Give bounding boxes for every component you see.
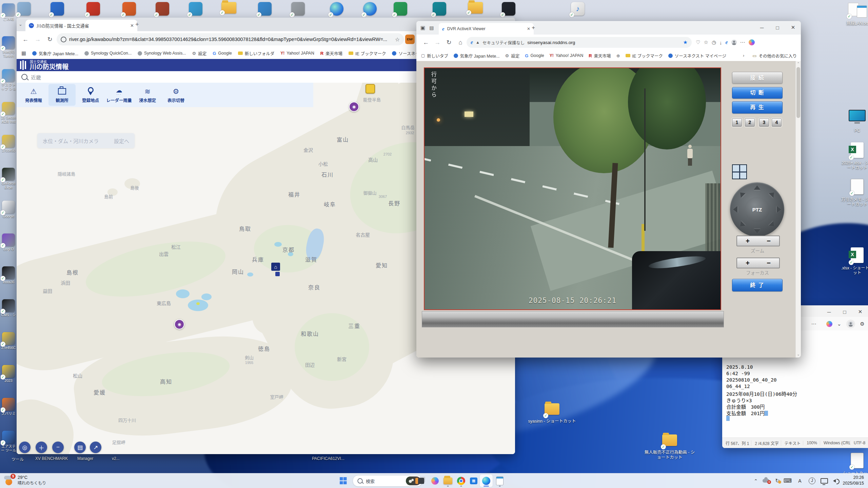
onedrive-error-icon[interactable]: ✕	[761, 473, 771, 488]
desktop-icon[interactable]: ✓Insta36	[1, 266, 16, 284]
nav-tile-表示切替[interactable]: ⚙表示切替	[162, 84, 190, 106]
reload-button[interactable]: ↻	[44, 34, 55, 45]
folder-icon[interactable]: ✓	[468, 2, 483, 14]
scroll-up-icon[interactable]: ⌃	[796, 62, 801, 65]
browser-essentials-icon[interactable]: ♡	[696, 39, 700, 45]
desktop-icon[interactable]: ✓Google	[1, 201, 16, 218]
explorer-button[interactable]	[441, 474, 454, 487]
close-button[interactable]: ✕	[785, 21, 801, 34]
tab-actions-icon[interactable]: ▤	[429, 25, 434, 30]
channel-4-button[interactable]: 4	[772, 118, 782, 127]
app-blue-icon[interactable]: ✓	[257, 2, 272, 16]
minimize-button[interactable]: ─	[754, 21, 770, 34]
enf-extension-icon[interactable]: ENF	[405, 35, 415, 44]
back-button[interactable]: ←	[420, 37, 431, 48]
bookmark-star-icon[interactable]: ☆	[395, 36, 400, 43]
app-teal-v-icon[interactable]: ✓	[432, 2, 447, 16]
favorites-icon[interactable]: ☆	[704, 39, 708, 45]
bookmark-item[interactable]: R楽天市場	[320, 50, 342, 57]
recycle-bin-icon[interactable]: ✓	[17, 2, 32, 16]
ime-keyboard-icon[interactable]: ⌨	[783, 473, 793, 488]
app-red-icon[interactable]: ✓	[86, 2, 101, 16]
zoom-in-button[interactable]: ＋	[36, 442, 47, 453]
nav-tile-登録地点[interactable]: 登録地点	[77, 84, 104, 106]
tray-chevron-icon[interactable]: ⌃	[751, 473, 761, 488]
ime-mode-letter[interactable]: A	[795, 473, 805, 488]
scroll-thumb[interactable]	[796, 67, 800, 118]
app-orange-icon[interactable]: ✓	[122, 2, 137, 16]
photo-gray-icon[interactable]: ✓	[291, 2, 305, 16]
ptz-pad[interactable]: PTZ	[730, 182, 784, 237]
channel-3-button[interactable]: 3	[759, 118, 769, 127]
bookmark-item[interactable]: ▢新しいタブ	[421, 53, 448, 59]
new-tab-button[interactable]: +	[135, 21, 139, 28]
bookmark-item[interactable]: 新しいフォルダ	[238, 50, 275, 57]
minimize-button[interactable]: ─	[821, 305, 837, 318]
focus-out-button[interactable]: −	[767, 259, 771, 267]
nav-tile-観測所[interactable]: 観測所	[48, 84, 76, 106]
bookmarks-overflow-chevron[interactable]: ›	[743, 53, 744, 58]
photo-app-icon[interactable]: ✓	[188, 2, 203, 16]
bookmark-item[interactable]: GGoogle	[213, 50, 232, 57]
desktop-icon[interactable]: ✓GeForce Expe	[1, 168, 16, 189]
maximize-button[interactable]: □	[837, 305, 852, 318]
focus-in-button[interactable]: +	[746, 259, 750, 267]
bookmark-item[interactable]: Y!Yahoo! JAPAN	[280, 50, 314, 57]
edge-address-bar[interactable]: e ▲ セキュリティ保護なし sinsenyasai.nsddns.org ★	[467, 37, 692, 48]
zoom-out-button[interactable]: −	[52, 442, 64, 453]
settings-gear-icon[interactable]: ⚙	[858, 320, 867, 328]
zoom-in-button[interactable]: +	[746, 237, 750, 245]
desktop-icon[interactable]: ✓万引きメモ - ショートカット	[840, 179, 868, 207]
copilot-icon[interactable]	[749, 39, 755, 45]
reload-button[interactable]: ↻	[443, 37, 454, 48]
other-favorites[interactable]: ▭その他のお気に入り	[752, 53, 797, 59]
map-search-input[interactable]: 近畿	[31, 74, 41, 81]
camera-purple-marker[interactable]: ◉	[174, 319, 184, 329]
scroll-down-icon[interactable]: ⌄	[796, 352, 801, 356]
edge-button[interactable]	[480, 474, 493, 487]
bookmark-item[interactable]: 気象庁 Japan Mete...	[454, 53, 500, 59]
maximize-button[interactable]: □	[770, 21, 785, 34]
page-scrollbar[interactable]: ⌃ ⌄	[795, 61, 801, 358]
more-icon[interactable]: ⋯	[740, 39, 745, 45]
apps-grid-icon[interactable]: ▦	[21, 50, 26, 56]
bookmark-item[interactable]: Synology QuickCon...	[84, 50, 132, 57]
site-info-icon[interactable]	[61, 37, 66, 42]
cctv-video-feed[interactable]: 行可から 2025-08-15 20:26:21	[424, 67, 721, 310]
layer-chip-settings-link[interactable]: 設定へ	[114, 137, 129, 144]
end-button[interactable]: 終 了	[732, 279, 783, 291]
warning-yellow-marker[interactable]	[366, 84, 375, 94]
notepad-button[interactable]	[493, 474, 506, 487]
app-j-tray-icon[interactable]: J	[807, 473, 817, 488]
new-tab-button[interactable]: +	[532, 24, 535, 31]
desktop-icon[interactable]: ✓ごみ箱	[1, 3, 16, 21]
desktop-icon[interactable]: ✓CMS - シ	[1, 299, 16, 317]
chrome-active-tab[interactable]: 〜 川の防災情報 - 国土交通省 ✕	[25, 20, 137, 31]
search-box[interactable]: 検索	[353, 475, 422, 487]
play-button[interactable]: 再 生	[732, 101, 783, 114]
bookmark-item[interactable]: IE ブックマーク	[349, 50, 386, 57]
desktop-icon[interactable]: ✓デスクトップ ショートカット	[1, 69, 16, 91]
station-navy-square[interactable]	[275, 272, 280, 276]
desktop-folder-shortcut[interactable]: ✓syasinn - ショートカット	[527, 403, 577, 424]
folder-icon[interactable]: ✓	[221, 2, 236, 14]
connect-button[interactable]: 接 続	[732, 72, 783, 84]
forward-button[interactable]: →	[32, 34, 43, 45]
sync-pending-icon[interactable]: ↻	[772, 473, 783, 488]
taskbar-clock[interactable]: 20:26 2025/08/15	[843, 475, 864, 486]
favorite-filled-star-icon[interactable]: ★	[683, 39, 688, 45]
desktop-icon[interactable]: ✓2023	[1, 365, 16, 383]
layer-chip[interactable]: 水位・ダム・河川カメラ 設定へ	[37, 133, 135, 148]
nav-tile-発表情報[interactable]: ⚠発表情報	[20, 84, 47, 106]
app-green-icon[interactable]: ✓	[393, 2, 408, 16]
start-button[interactable]	[337, 474, 350, 487]
bookmark-item[interactable]: ⚙設定	[192, 50, 207, 57]
history-icon[interactable]: ◷	[712, 39, 716, 45]
desktop-icon[interactable]: ✓エアステー ツール	[1, 431, 16, 452]
app-maroon-icon[interactable]: ✓	[155, 2, 170, 16]
desktop-icon[interactable]: ✓ズバリミ	[1, 398, 16, 415]
bookmark-item[interactable]: ⚙設定	[505, 53, 520, 59]
edge-icon[interactable]: ✓	[329, 2, 344, 16]
layers-button[interactable]: ▤	[74, 442, 86, 453]
bookmark-item[interactable]: ソースネクスト マイページ	[668, 53, 726, 59]
